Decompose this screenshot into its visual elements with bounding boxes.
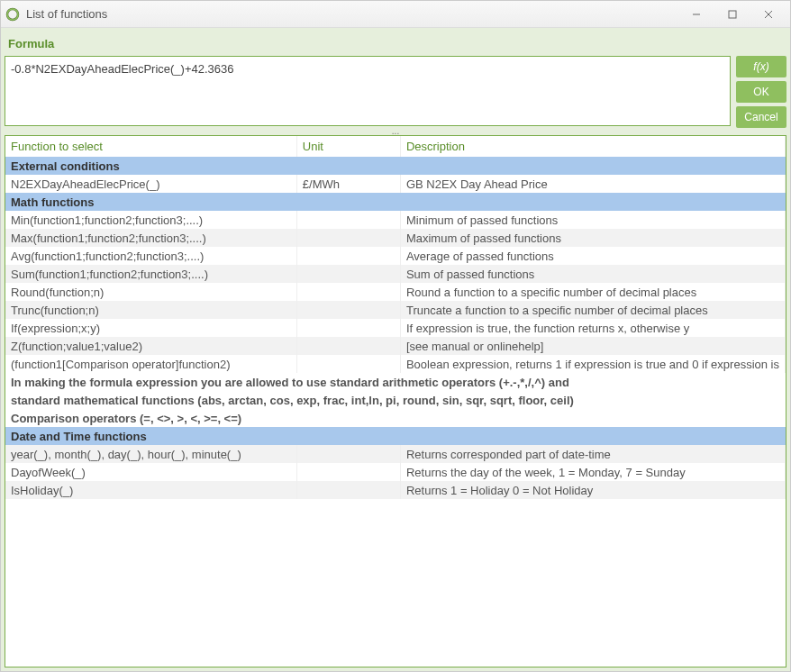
cell-unit	[296, 283, 400, 301]
table-row[interactable]: year(_), month(_), day(_), hour(_), minu…	[5, 445, 786, 463]
column-header-function[interactable]: Function to select	[5, 136, 296, 157]
table-row[interactable]: IsHoliday(_)Returns 1 = Holiday 0 = Not …	[5, 481, 786, 499]
cell-unit	[296, 229, 400, 247]
cell-unit	[296, 463, 400, 481]
table-row[interactable]: Trunc(function;n)Truncate a function to …	[5, 301, 786, 319]
cell-func: DayofWeek(_)	[5, 463, 296, 481]
table-row[interactable]: Max(function1;function2;function3;....)M…	[5, 229, 786, 247]
cell-func: Sum(function1;function2;function3;....)	[5, 265, 296, 283]
cell-unit	[296, 319, 400, 337]
splitter-handle[interactable]: ...	[5, 128, 786, 135]
table-header-row: Function to select Unit Description	[5, 136, 786, 157]
cell-func: Trunc(function;n)	[5, 301, 296, 319]
column-header-unit[interactable]: Unit	[296, 136, 400, 157]
cell-unit	[296, 355, 400, 373]
cell-func: Max(function1;function2;function3;....)	[5, 229, 296, 247]
cancel-button[interactable]: Cancel	[736, 106, 786, 128]
table-row[interactable]: DayofWeek(_)Returns the day of the week,…	[5, 463, 786, 481]
cell-unit: £/MWh	[296, 175, 400, 193]
fx-icon: f(x)	[753, 60, 768, 73]
section-header: Math functions	[5, 193, 786, 211]
dialog-window: List of functions Formula f(x) OK Cancel	[0, 0, 791, 672]
section-title: Math functions	[5, 193, 786, 211]
note-text: standard mathematical functions (abs, ar…	[5, 391, 786, 409]
window-controls	[678, 2, 786, 27]
formula-input[interactable]	[5, 56, 731, 126]
table-row[interactable]: Z(function;value1;value2)[see manual or …	[5, 337, 786, 355]
cell-desc: Returns 1 = Holiday 0 = Not Holiday	[400, 481, 785, 499]
cell-func: (function1[Comparison operator]function2…	[5, 355, 296, 373]
cell-func: Min(function1;function2;function3;....)	[5, 211, 296, 229]
svg-point-1	[7, 9, 18, 20]
cell-func: Round(function;n)	[5, 283, 296, 301]
section-title: External conditions	[5, 157, 786, 175]
formula-label: Formula	[5, 32, 786, 56]
svg-rect-3	[729, 11, 736, 18]
table-row[interactable]: Round(function;n)Round a function to a s…	[5, 283, 786, 301]
fx-button[interactable]: f(x)	[736, 56, 786, 77]
section-header: Date and Time functions	[5, 427, 786, 445]
cell-func: Z(function;value1;value2)	[5, 337, 296, 355]
close-button[interactable]	[750, 2, 786, 27]
note-row: Comparison operators (=, <>, >, <, >=, <…	[5, 409, 786, 427]
cell-desc: Maximum of passed functions	[400, 229, 785, 247]
note-row: standard mathematical functions (abs, ar…	[5, 391, 786, 409]
cell-desc: Returns corresponded part of date-time	[400, 445, 785, 463]
cell-unit	[296, 247, 400, 265]
cell-desc: If expression is true, the function retu…	[400, 319, 785, 337]
cell-func: year(_), month(_), day(_), hour(_), minu…	[5, 445, 296, 463]
note-row: In making the formula expression you are…	[5, 373, 786, 391]
note-text: Comparison operators (=, <>, >, <, >=, <…	[5, 409, 786, 427]
cell-unit	[296, 481, 400, 499]
cell-desc: Round a function to a specific number of…	[400, 283, 785, 301]
table-row[interactable]: If(expression;x;y)If expression is true,…	[5, 319, 786, 337]
cell-unit	[296, 445, 400, 463]
window-title: List of functions	[26, 7, 678, 21]
formula-row: f(x) OK Cancel	[5, 56, 786, 128]
cell-desc: Minimum of passed functions	[400, 211, 785, 229]
cell-desc: Sum of passed functions	[400, 265, 785, 283]
section-header: External conditions	[5, 157, 786, 175]
cell-desc: Returns the day of the week, 1 = Monday,…	[400, 463, 785, 481]
functions-grid[interactable]: Function to select Unit Description Exte…	[5, 135, 786, 667]
maximize-button[interactable]	[714, 2, 750, 27]
cell-desc: Average of passed functions	[400, 247, 785, 265]
cell-desc: [see manual or onlinehelp]	[400, 337, 785, 355]
cell-unit	[296, 301, 400, 319]
section-title: Date and Time functions	[5, 427, 786, 445]
functions-table: Function to select Unit Description Exte…	[5, 136, 786, 499]
cell-unit	[296, 337, 400, 355]
table-row[interactable]: Min(function1;function2;function3;....)M…	[5, 211, 786, 229]
titlebar: List of functions	[1, 1, 790, 28]
table-row[interactable]: Avg(function1;function2;function3;....)A…	[5, 247, 786, 265]
cell-desc: Boolean expression, returns 1 if express…	[400, 355, 785, 373]
cell-func: IsHoliday(_)	[5, 481, 296, 499]
cell-desc: GB N2EX Day Ahead Price	[400, 175, 785, 193]
table-row[interactable]: (function1[Comparison operator]function2…	[5, 355, 786, 373]
ok-button[interactable]: OK	[736, 81, 786, 103]
cell-desc: Truncate a function to a specific number…	[400, 301, 785, 319]
cell-func: N2EXDayAheadElecPrice(_)	[5, 175, 296, 193]
minimize-button[interactable]	[678, 2, 714, 27]
note-text: In making the formula expression you are…	[5, 373, 786, 391]
content-area: Formula f(x) OK Cancel ... Function to s…	[1, 28, 790, 671]
cell-unit	[296, 265, 400, 283]
cell-func: If(expression;x;y)	[5, 319, 296, 337]
side-buttons: f(x) OK Cancel	[736, 56, 786, 128]
table-row[interactable]: Sum(function1;function2;function3;....)S…	[5, 265, 786, 283]
cell-func: Avg(function1;function2;function3;....)	[5, 247, 296, 265]
table-row[interactable]: N2EXDayAheadElecPrice(_)£/MWhGB N2EX Day…	[5, 175, 786, 193]
app-icon	[5, 6, 21, 23]
cell-unit	[296, 211, 400, 229]
column-header-description[interactable]: Description	[400, 136, 785, 157]
